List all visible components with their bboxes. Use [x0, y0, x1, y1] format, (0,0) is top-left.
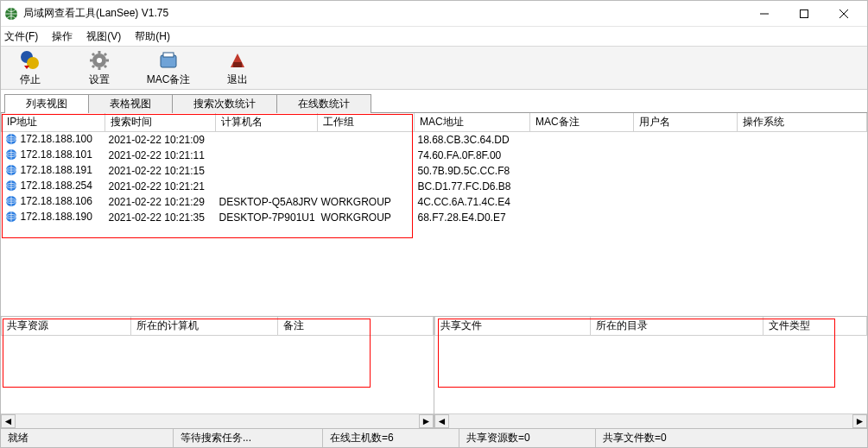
tabs: 列表视图 表格视图 搜索次数统计 在线数统计 [1, 90, 867, 113]
bottom-panels: 共享资源 所在的计算机 备注 ◄ ► 共享文件 所在的目录 文件类型 ◄ ► [1, 316, 867, 428]
share-resource-list[interactable]: 共享资源 所在的计算机 备注 [1, 317, 434, 336]
cell-mac: BC.D1.77.FC.D6.B8 [415, 179, 530, 194]
table-row[interactable]: 172.18.188.1062021-02-22 10:21:29DESKTOP… [2, 194, 867, 210]
bl-col-note[interactable]: 备注 [278, 317, 434, 336]
scroll-track[interactable] [16, 414, 419, 428]
col-os[interactable]: 操作系统 [738, 113, 867, 132]
cell-mac: 4C.CC.6A.71.4C.E4 [415, 194, 530, 210]
cell-macnote [530, 210, 634, 225]
table-row[interactable]: 172.18.188.1902021-02-22 10:21:35DESKTOP… [2, 210, 867, 225]
br-col-type[interactable]: 文件类型 [763, 317, 867, 336]
toolbar-macnote-button[interactable]: MAC备注 [144, 50, 193, 87]
scroll-right-arrow-icon[interactable]: ► [852, 414, 867, 428]
cell-os [738, 132, 867, 148]
toolbar-stop-button[interactable]: 停止 [6, 50, 54, 87]
svg-point-5 [97, 58, 102, 63]
cell-group: WORKGROUP [318, 210, 415, 225]
col-mac[interactable]: MAC地址 [415, 113, 530, 132]
bl-col-host[interactable]: 所在的计算机 [131, 317, 278, 336]
minimize-icon [760, 9, 769, 18]
br-col-dir[interactable]: 所在的目录 [591, 317, 763, 336]
tab-search[interactable]: 搜索次数统计 [172, 94, 277, 113]
scroll-left-arrow-icon[interactable]: ◄ [1, 414, 16, 428]
tab-table-label: 表格视图 [110, 97, 151, 111]
listview-header[interactable]: IP地址 搜索时间 计算机名 工作组 MAC地址 MAC备注 用户名 操作系统 [2, 113, 867, 132]
share-file-list[interactable]: 共享文件 所在的目录 文件类型 [434, 317, 867, 336]
table-row[interactable]: 172.18.188.1012021-02-22 10:21:1174.60.F… [2, 148, 867, 163]
cell-os [738, 179, 867, 194]
cell-user [634, 179, 738, 194]
cell-macnote [530, 194, 634, 210]
cell-group [318, 148, 415, 163]
exit-icon [227, 50, 248, 71]
br-col-file[interactable]: 共享文件 [435, 317, 591, 336]
cell-group [318, 163, 415, 179]
menu-action[interactable]: 操作 [52, 29, 73, 44]
col-time[interactable]: 搜索时间 [105, 113, 216, 132]
tab-search-label: 搜索次数统计 [193, 97, 256, 111]
svg-point-3 [27, 57, 39, 69]
col-group[interactable]: 工作组 [318, 113, 415, 132]
cell-ip: 172.18.188.254 [2, 179, 105, 194]
status-bar: 就绪 等待搜索任务... 在线主机数=6 共享资源数=0 共享文件数=0 [1, 428, 867, 447]
col-host[interactable]: 计算机名 [216, 113, 318, 132]
cell-time: 2021-02-22 10:21:21 [105, 179, 216, 194]
cell-time: 2021-02-22 10:21:35 [105, 210, 216, 225]
host-icon [5, 211, 21, 223]
cell-time: 2021-02-22 10:21:29 [105, 194, 216, 210]
svg-rect-8 [233, 62, 242, 67]
host-icon [5, 195, 21, 207]
toolbar-macnote-label: MAC备注 [147, 73, 191, 87]
cell-os [738, 194, 867, 210]
status-task: 等待搜索任务... [174, 429, 323, 447]
cell-ip: 172.18.188.100 [2, 132, 105, 148]
table-row[interactable]: 172.18.188.1002021-02-22 10:21:0918.68.C… [2, 132, 867, 148]
svg-rect-7 [163, 53, 174, 57]
toolbar: 停止 设置 MAC备注 退出 [1, 47, 867, 90]
status-rescount: 共享资源数=0 [459, 429, 596, 447]
scroll-left-arrow-icon[interactable]: ◄ [434, 414, 449, 428]
col-user[interactable]: 用户名 [634, 113, 738, 132]
cell-macnote [530, 163, 634, 179]
cell-time: 2021-02-22 10:21:09 [105, 132, 216, 148]
cell-user [634, 148, 738, 163]
menu-view[interactable]: 视图(V) [86, 29, 121, 44]
cell-ip: 172.18.188.101 [2, 148, 105, 163]
scroll-right-arrow-icon[interactable]: ► [419, 414, 434, 428]
menu-help[interactable]: 帮助(H) [135, 29, 170, 44]
main-panel: IP地址 搜索时间 计算机名 工作组 MAC地址 MAC备注 用户名 操作系统 … [1, 113, 867, 316]
tab-online[interactable]: 在线数统计 [276, 94, 371, 113]
toolbar-settings-label: 设置 [89, 73, 110, 87]
maximize-button[interactable] [784, 1, 824, 27]
host-icon [5, 148, 21, 161]
app-icon [4, 7, 18, 21]
close-button[interactable] [824, 1, 864, 27]
tab-list[interactable]: 列表视图 [4, 94, 89, 113]
host-icon [5, 164, 21, 176]
toolbar-exit-button[interactable]: 退出 [213, 50, 262, 87]
cell-mac: 18.68.CB.3C.64.DD [415, 132, 530, 148]
col-macnote[interactable]: MAC备注 [530, 113, 634, 132]
table-row[interactable]: 172.18.188.2542021-02-22 10:21:21BC.D1.7… [2, 179, 867, 194]
window-title: 局域网查看工具(LanSee) V1.75 [23, 6, 744, 21]
status-hostcount: 在线主机数=6 [323, 429, 459, 447]
cell-user [634, 194, 738, 210]
share-file-body[interactable] [434, 336, 867, 413]
listview-wrap[interactable]: IP地址 搜索时间 计算机名 工作组 MAC地址 MAC备注 用户名 操作系统 … [1, 113, 867, 316]
scroll-track[interactable] [449, 414, 852, 428]
status-filecount: 共享文件数=0 [596, 429, 867, 447]
col-ip[interactable]: IP地址 [2, 113, 105, 132]
tab-table[interactable]: 表格视图 [88, 94, 173, 113]
toolbar-settings-button[interactable]: 设置 [75, 50, 124, 87]
host-listview[interactable]: IP地址 搜索时间 计算机名 工作组 MAC地址 MAC备注 用户名 操作系统 … [1, 113, 867, 225]
cell-mac: 68.F7.28.E4.D0.E7 [415, 210, 530, 225]
menu-file[interactable]: 文件(F) [4, 29, 38, 44]
table-row[interactable]: 172.18.188.1912021-02-22 10:21:1550.7B.9… [2, 163, 867, 179]
share-resource-body[interactable] [1, 336, 434, 413]
hscrollbar-right[interactable]: ◄ ► [434, 413, 867, 428]
hscrollbar-left[interactable]: ◄ ► [1, 413, 434, 428]
cell-time: 2021-02-22 10:21:11 [105, 148, 216, 163]
cell-ip: 172.18.188.106 [2, 194, 105, 210]
minimize-button[interactable] [744, 1, 784, 27]
bl-col-res[interactable]: 共享资源 [2, 317, 131, 336]
